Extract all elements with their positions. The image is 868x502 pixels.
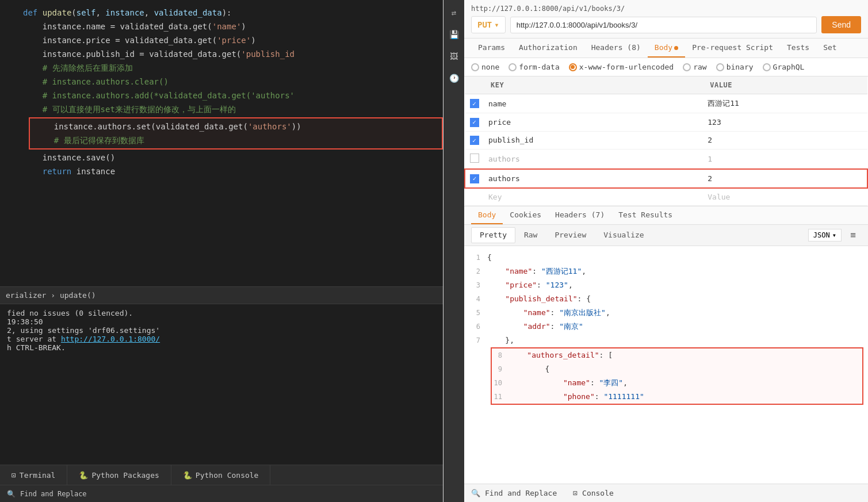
radio-raw-label: raw (693, 63, 706, 71)
radio-form-data[interactable]: form-data (508, 63, 559, 71)
url-row: PUT ▾ Send (471, 16, 861, 33)
resp-tab-cookies[interactable]: Cookies (503, 206, 548, 224)
row4-key[interactable]: authors (484, 150, 703, 170)
view-tab-raw[interactable]: Raw (515, 227, 546, 243)
terminal-link[interactable]: http://127.0.0.1:8000/ (61, 335, 160, 343)
row4-checkbox[interactable] (470, 154, 479, 163)
table-row: price 123 (465, 113, 867, 132)
json-line-1: 1 { (464, 251, 868, 265)
tab-set[interactable]: Set (816, 39, 843, 58)
tab-terminal[interactable]: ⊡ Terminal (0, 465, 67, 485)
row3-cb-cell (465, 131, 484, 150)
method-label: PUT (477, 20, 492, 29)
row2-key[interactable]: price (484, 113, 703, 132)
radio-urlencoded[interactable]: x-www-form-urlencoded (569, 63, 674, 71)
json-line-8: 8 "authors_detail": [ (492, 348, 862, 362)
view-tab-pretty[interactable]: Pretty (471, 227, 515, 243)
radio-graphql[interactable]: GraphQL (763, 63, 805, 71)
tab-authorization[interactable]: Authorization (512, 39, 584, 58)
tab-python-console[interactable]: 🐍 Python Console (171, 465, 271, 485)
row1-key[interactable]: name (484, 94, 703, 113)
radio-none-label: none (481, 63, 499, 71)
tab-headers[interactable]: Headers (8) (584, 39, 648, 58)
radio-form-data-label: form-data (519, 63, 559, 71)
row2-cb-cell (465, 113, 484, 132)
row3-key[interactable]: publish_id (484, 131, 703, 150)
row4-value[interactable]: 1 (703, 150, 867, 170)
format-list-icon[interactable]: ≡ (845, 227, 861, 243)
code-line-6: # instance.authors.clear() (0, 75, 443, 89)
image-icon[interactable]: 🖼 (447, 49, 461, 63)
find-replace-bottom-label: Find and Replace (485, 489, 557, 497)
tab-python-packages-label: Python Packages (91, 471, 159, 480)
table-row-empty: Key Value (465, 188, 867, 206)
save-icon[interactable]: 💾 (447, 28, 461, 41)
view-tab-visualize[interactable]: Visualize (595, 227, 652, 243)
code-line-8: # 可以直接使用set来进行数据的修改，与上面一样的 (0, 102, 443, 116)
row3-checkbox[interactable] (470, 136, 479, 145)
postman-panel: ⇄ 💾 🖼 🕐 http://127.0.0.1:8000/api/v1/boo… (443, 0, 868, 502)
terminal-panel: fied no issues (0 silenced). 19:38:50 2,… (0, 304, 443, 465)
response-tabs: Body Cookies Headers (7) Test Results (464, 206, 868, 225)
tab-tests[interactable]: Tests (780, 39, 816, 58)
row4-cb-cell (465, 150, 484, 170)
bottom-tab-bar: ⊡ Terminal 🐍 Python Packages 🐍 Python Co… (0, 465, 443, 485)
tab-body-label: Body (655, 43, 672, 52)
search-icon: 🔍 (7, 490, 16, 498)
history-icon[interactable]: 🕐 (447, 71, 461, 85)
row5-key[interactable]: authors (484, 169, 703, 188)
tab-terminal-label: Terminal (20, 471, 56, 480)
table-header-row: KEY VALUE (465, 76, 867, 94)
json-line-5: 5 "name": "南京出版社", (464, 306, 868, 320)
form-table: KEY VALUE name 西游记11 price (464, 76, 868, 206)
find-replace-label: Find and Replace (20, 490, 87, 498)
row5-value[interactable]: 2 (703, 169, 867, 188)
row2-value[interactable]: 123 (703, 113, 867, 132)
row2-checkbox[interactable] (470, 118, 479, 127)
radio-urlencoded-label: x-www-form-urlencoded (579, 63, 674, 71)
tab-python-packages[interactable]: 🐍 Python Packages (67, 465, 171, 485)
row1-value[interactable]: 西游记11 (703, 94, 867, 113)
resp-tab-headers[interactable]: Headers (7) (548, 206, 611, 224)
code-line-3: instance.price = validated_data.get('pri… (0, 33, 443, 47)
url-input[interactable] (510, 17, 817, 33)
terminal-icon: ⊡ (12, 471, 16, 480)
terminal-line-4: t server at http://127.0.0.1:8000/ (7, 335, 436, 343)
exchange-icon[interactable]: ⇄ (447, 6, 461, 20)
postman-bottom-bar: 🔍 Find and Replace ⊡ Console (464, 484, 868, 502)
console-separator: ⊡ (573, 489, 578, 497)
find-replace-search-icon: 🔍 (471, 489, 480, 497)
empty-key[interactable]: Key (484, 188, 703, 206)
resp-tab-test-results[interactable]: Test Results (611, 206, 679, 224)
python-console-icon: 🐍 (183, 471, 192, 480)
terminal-line-1: fied no issues (0 silenced). (7, 309, 436, 317)
view-tabs: Pretty Raw Preview Visualize JSON ▾ ≡ (464, 225, 868, 246)
view-tab-preview[interactable]: Preview (546, 227, 595, 243)
row3-value[interactable]: 2 (703, 131, 867, 150)
radio-binary[interactable]: binary (716, 63, 754, 71)
tab-params[interactable]: Params (471, 39, 512, 58)
code-line-1: def update(self, instance, validated_dat… (0, 6, 443, 20)
format-chevron-icon: ▾ (832, 231, 836, 239)
send-button[interactable]: Send (821, 16, 861, 33)
json-line-3: 3 "price": "123", (464, 278, 868, 292)
json-line-6: 6 "addr": "南京" (464, 320, 868, 334)
tab-body[interactable]: Body (648, 39, 685, 58)
postman-main-content: http://127.0.0.1:8000/api/v1/books/3/ PU… (464, 0, 868, 502)
code-line-4: instance.publish_id = validated_data.get… (0, 47, 443, 61)
format-select[interactable]: JSON ▾ (808, 229, 842, 242)
json-line-10: 10 "name": "李四", (492, 376, 862, 390)
row5-checkbox[interactable] (470, 174, 479, 183)
json-line-4: 4 "publish_detail": { (464, 292, 868, 306)
tab-python-console-label: Python Console (196, 471, 259, 480)
table-row: publish_id 2 (465, 131, 867, 150)
body-type-row: none form-data x-www-form-urlencoded raw… (464, 58, 868, 76)
radio-none[interactable]: none (471, 63, 499, 71)
method-select[interactable]: PUT ▾ (471, 16, 506, 33)
resp-tab-body[interactable]: Body (471, 206, 503, 224)
radio-binary-label: binary (726, 63, 754, 71)
radio-raw[interactable]: raw (683, 63, 706, 71)
tab-prerequest[interactable]: Pre-request Script (685, 39, 780, 58)
empty-value[interactable]: Value (703, 188, 867, 206)
row1-checkbox[interactable] (470, 99, 479, 108)
